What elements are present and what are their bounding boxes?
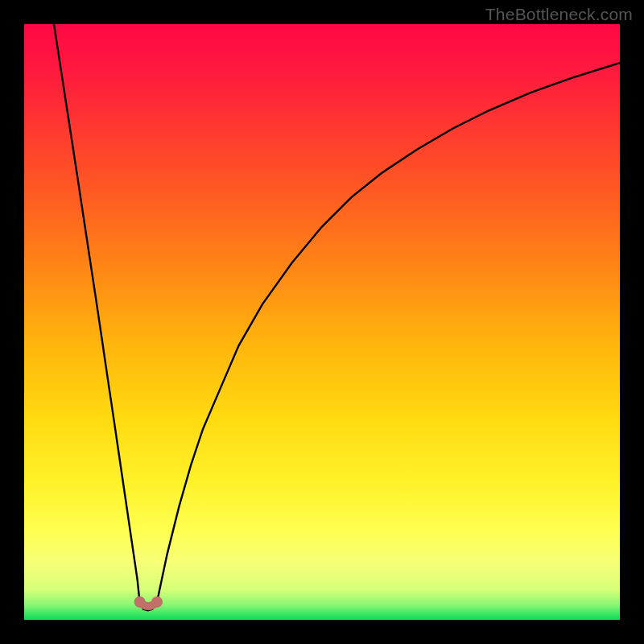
curve-right-branch <box>157 63 620 602</box>
marker-dot-right <box>151 597 163 608</box>
curves-layer <box>24 24 620 620</box>
curve-left-branch <box>54 24 140 602</box>
outer-frame: TheBottleneck.com <box>0 0 644 644</box>
watermark-text: TheBottleneck.com <box>485 5 633 24</box>
plot-area <box>24 24 620 620</box>
marker-dot-left <box>134 597 146 608</box>
